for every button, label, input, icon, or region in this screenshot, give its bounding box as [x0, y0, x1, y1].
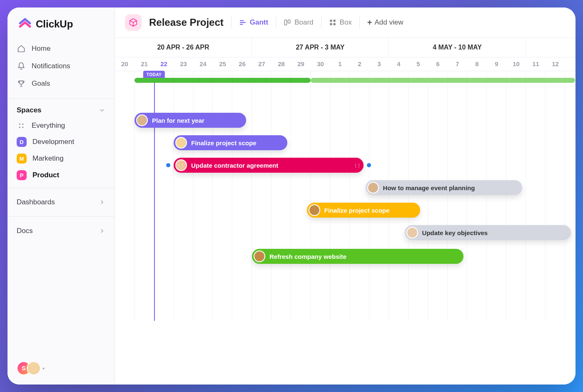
timeline-day[interactable]: 1: [330, 57, 350, 71]
timeline-day[interactable]: 4: [389, 57, 409, 71]
timeline-day[interactable]: 3: [369, 57, 389, 71]
sidebar-item-space-development[interactable]: DDevelopment: [7, 134, 115, 150]
task-bar[interactable]: Plan for next year: [135, 113, 246, 128]
plus-icon: +: [367, 18, 372, 27]
trophy-icon: [17, 79, 26, 88]
sidebar-item-space-marketing[interactable]: MMarketing: [7, 150, 115, 167]
timeline-day[interactable]: 6: [428, 57, 448, 71]
timeline-day[interactable]: 20: [115, 57, 135, 71]
task-bar[interactable]: How to manage event planning: [366, 180, 522, 195]
timeline-day[interactable]: 27: [252, 57, 272, 71]
box-grid-icon: [329, 19, 336, 26]
bell-icon: [17, 62, 26, 71]
task-bar[interactable]: Update contractor agreement: [174, 158, 364, 173]
timeline-day[interactable]: 25: [213, 57, 232, 71]
avatar: [175, 137, 187, 149]
avatar: [136, 114, 148, 126]
everything-label: Everything: [32, 122, 65, 130]
task-bar[interactable]: Finalize project scope: [307, 203, 421, 218]
chevron-right-icon: [99, 199, 105, 206]
grid-dots-icon: [17, 121, 26, 130]
timeline-week-label: 4 MAY - 10 MAY: [389, 38, 526, 57]
timeline-day[interactable]: 28: [272, 57, 291, 71]
timeline-day[interactable]: 30: [311, 57, 330, 71]
timeline-day[interactable]: 11: [526, 57, 546, 71]
workspace-switcher[interactable]: S ▾: [17, 361, 45, 375]
clickup-logo-icon: [18, 17, 32, 31]
avatar: [309, 204, 320, 216]
timeline-day[interactable]: 29: [291, 57, 311, 71]
task-bar[interactable]: Update key objectives: [405, 225, 571, 240]
timeline-day[interactable]: 21: [135, 57, 154, 71]
task-label: Finalize project scope: [191, 139, 257, 146]
tab-gantt[interactable]: Gantt: [239, 18, 268, 27]
space-badge: D: [17, 137, 27, 147]
project-icon: [125, 14, 142, 31]
svg-rect-5: [288, 20, 290, 23]
dependency-dot[interactable]: [166, 163, 170, 167]
timeline-day[interactable]: 12: [546, 57, 565, 71]
task-bar[interactable]: Finalize project scope: [174, 135, 287, 150]
sidebar-item-everything[interactable]: Everything: [7, 118, 115, 134]
timeline-day[interactable]: 23: [174, 57, 193, 71]
timeline-day[interactable]: 8: [467, 57, 487, 71]
chevron-down-icon: [99, 107, 105, 114]
space-label: Product: [32, 171, 59, 179]
task-bar[interactable]: Refresh company website: [252, 249, 463, 264]
nav-goals[interactable]: Goals: [7, 75, 115, 92]
nav-notifications[interactable]: Notifications: [7, 57, 115, 75]
sidebar-item-space-product[interactable]: PProduct: [7, 167, 115, 184]
divider: [7, 188, 115, 188]
task-label: Plan for next year: [152, 117, 204, 124]
dashboards-label: Dashboards: [17, 198, 55, 206]
brand-logo[interactable]: ClickUp: [7, 7, 115, 38]
chevron-right-icon: [99, 228, 105, 234]
tab-box-label: Box: [340, 18, 352, 27]
tab-board[interactable]: Board: [284, 18, 313, 27]
topbar: Release Project Gantt Board Box: [115, 7, 576, 38]
tab-box[interactable]: Box: [329, 18, 352, 27]
sidebar-item-dashboards[interactable]: Dashboards: [7, 192, 115, 212]
sidebar: ClickUp Home Notifications Goals: [7, 7, 115, 385]
tab-board-label: Board: [294, 18, 313, 27]
timeline-day[interactable]: 22: [154, 57, 174, 71]
timeline-day[interactable]: 26: [232, 57, 252, 71]
brand-name: ClickUp: [36, 18, 73, 30]
divider: [231, 17, 232, 28]
divider: [359, 17, 360, 28]
task-label: Update contractor agreement: [191, 162, 278, 169]
gantt-icon: [239, 19, 247, 26]
svg-rect-9: [333, 23, 335, 25]
space-label: Development: [32, 138, 74, 146]
timeline-week-label: 27 APR - 3 MAY: [252, 38, 389, 57]
timeline-grid[interactable]: TODAYPlan for next yearFinalize project …: [115, 71, 576, 321]
sidebar-item-docs[interactable]: Docs: [7, 221, 115, 241]
timeline-day[interactable]: 5: [409, 57, 428, 71]
timeline-week-label: 20 APR - 26 APR: [115, 38, 252, 57]
timeline-weeks: 20 APR - 26 APR27 APR - 3 MAY4 MAY - 10 …: [115, 38, 576, 57]
home-icon: [17, 44, 26, 53]
svg-rect-4: [284, 20, 287, 25]
avatar-user-2: [27, 361, 41, 375]
task-label: How to manage event planning: [383, 184, 475, 191]
summary-bar[interactable]: [311, 78, 575, 83]
dependency-dot[interactable]: [367, 163, 371, 167]
timeline-day[interactable]: 2: [350, 57, 369, 71]
avatar: [406, 227, 418, 238]
timeline-day[interactable]: 7: [448, 57, 467, 71]
add-view-button[interactable]: + Add view: [367, 18, 404, 27]
avatar: [254, 251, 265, 262]
summary-bar[interactable]: [135, 78, 311, 83]
app-window: ClickUp Home Notifications Goals: [7, 7, 576, 385]
timeline-day[interactable]: 10: [506, 57, 526, 71]
svg-point-2: [19, 127, 20, 128]
timeline-day[interactable]: 9: [487, 57, 506, 71]
timeline-day[interactable]: 24: [193, 57, 213, 71]
timeline-days: 2021222324252627282930123456789101112: [115, 57, 576, 71]
divider: [321, 17, 321, 28]
spaces-header[interactable]: Spaces: [7, 103, 115, 118]
timeline-gridlines: [115, 71, 576, 321]
space-label: Marketing: [32, 154, 64, 163]
board-icon: [284, 19, 291, 26]
nav-home[interactable]: Home: [7, 40, 115, 57]
